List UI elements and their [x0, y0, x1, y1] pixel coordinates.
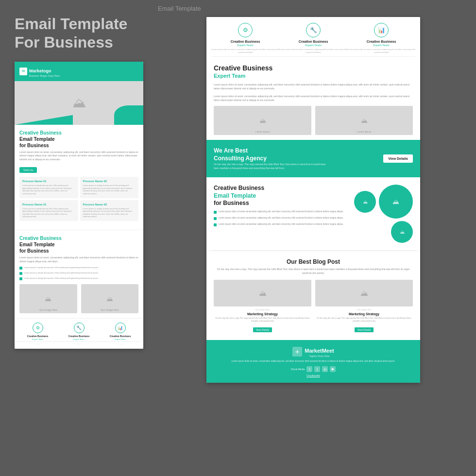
process-text-3: Lorem ipsum is simply dummy text of the …: [83, 207, 136, 218]
process-text-2: Lorem ipsum is simply dummy text of the …: [22, 207, 75, 218]
hero-body: Lorem ipsum dolor sit amet, consectetur …: [19, 151, 138, 162]
email-card-right: ⚙ Creative Business Expert Team Lorem ip…: [206, 17, 420, 383]
creative-title-line2: Email Template: [214, 192, 256, 199]
right-icon-circle-2: 📊: [374, 23, 389, 37]
consulting-title1: We Are Best: [214, 147, 330, 154]
marketing-text-1: On her way she met a copy. The copy warn…: [315, 317, 413, 322]
marketing-title-0: Marketing Strategy: [214, 312, 311, 316]
circle-lg: ⛰: [379, 185, 413, 219]
creative-feature-2: Lorem ipsum dolor sit amet consectetur a…: [214, 223, 347, 226]
bottom-icon-sub-2: Expert Team: [100, 338, 141, 340]
process-title-2: Process Name 01: [22, 203, 75, 206]
email-card-left: ✉ Marketogo Business Slogan Copy Here ⛰ …: [15, 62, 143, 349]
card-header-left: ✉ Marketogo Business Slogan Copy Here: [15, 62, 143, 81]
process-item-0: Process Name 01 Lorem ipsum is simply du…: [19, 177, 78, 198]
circle-sm-right: ⛰: [391, 221, 413, 243]
blog-images: ⛰ Your Image Here Marketing Strategy On …: [214, 280, 413, 333]
creative-title-line3: for Business: [214, 200, 249, 206]
bottom-body: Lorem ipsum dolor sit amet, consectetur …: [19, 256, 138, 263]
footer-logo-icon: ✈: [292, 347, 302, 357]
right-icon-title-0: Creative Business: [211, 39, 279, 44]
unsubscribe-link[interactable]: Unsubscribe: [214, 374, 413, 377]
blog-title: Our Best Blog Post: [214, 258, 413, 265]
visit-button[interactable]: Visit Us: [19, 167, 37, 173]
bottom-title-line2: Email Template: [19, 242, 55, 247]
right-icon-sub-2: Expert Team: [347, 44, 415, 47]
bottom-icon-circle-0: ⚙: [33, 323, 43, 333]
card-body-left: Creative Business Email Template for Bus…: [15, 125, 143, 230]
right-icon-sub-1: Expert Team: [279, 44, 347, 47]
right-icon-text-0: Lorem ipsum dolor sit amet consectetur a…: [211, 48, 279, 53]
creative-left-col: Creative Business Email Template for Bus…: [214, 185, 347, 243]
social-icon-tw[interactable]: t: [314, 366, 320, 372]
creative-feat-text-1: Lorem ipsum dolor sit amet consectetur a…: [219, 217, 343, 220]
consulting-title2: Consulting Agency: [214, 155, 330, 162]
process-title-0: Process Name 01: [22, 180, 75, 183]
bottom-icon-col-0: ⚙ Creative Business Expert Team — — —: [17, 323, 58, 345]
feature-item-0: Lorem ipsum is simply dummy text of the …: [19, 266, 138, 270]
circles-group: ⛰ ⛰ ⛰: [354, 185, 413, 243]
bottom-icon-circle-2: 📊: [115, 323, 126, 333]
expert-img-1: ⛰ Lorem Ipsum: [315, 106, 413, 135]
expert-title: Creative Business: [214, 64, 413, 72]
bottom-title-line3: for Business: [19, 248, 49, 254]
bottom-icon-line-0: — — —: [17, 341, 58, 345]
bottom-icon-col-1: 🔧 Creative Business Expert Team — — —: [58, 323, 100, 345]
creative-feature-0: Lorem ipsum dolor sit amet consectetur a…: [214, 210, 347, 214]
bullet-0: [19, 267, 22, 270]
circle-sm-left: ⛰: [354, 191, 376, 213]
view-details-button[interactable]: View Details: [383, 154, 413, 163]
hero-title-line3: for Business: [19, 143, 49, 148]
process-item-2: Process Name 01 Lorem ipsum is simply du…: [19, 200, 78, 221]
right-icon-circle-1: 🔧: [306, 23, 321, 37]
expert-section: Creative Business Expert Team Lorem ipsu…: [206, 57, 420, 140]
footer-tagline: Tagline Close Here: [305, 355, 334, 357]
title-line1: Email Template: [15, 15, 127, 33]
creative-title-line1: Creative Business: [214, 185, 264, 191]
social-icon-yt[interactable]: ▶: [330, 366, 336, 372]
process-grid: Process Name 01 Lorem ipsum is simply du…: [19, 177, 138, 221]
social-label: Social Media: [291, 368, 305, 371]
right-panel-title: Email Template: [158, 5, 469, 12]
bottom-img-0: ⛰ Your Image Here: [19, 284, 77, 313]
cr-bullet-1: [214, 217, 217, 220]
blog-view-btn-0[interactable]: View Details: [253, 327, 272, 332]
bottom-img-label-1: Your Image Here: [101, 308, 119, 311]
blog-text: On her way she met a copy. The copy warn…: [214, 268, 413, 275]
bottom-icon-sub-1: Expert Team: [58, 338, 100, 340]
process-title-3: Process Name 02: [83, 203, 136, 206]
bottom-images: ⛰ Your Image Here ⛰ Your Image Here: [19, 284, 138, 313]
blog-img-0: ⛰: [214, 280, 311, 306]
process-title-1: Process Name 02: [83, 180, 136, 183]
right-icon-title-1: Creative Business: [279, 39, 347, 44]
social-icon-fb[interactable]: f: [306, 366, 312, 372]
title-block: Email Template For Business: [15, 15, 146, 52]
bottom-section-left: Creative Business Email Template for Bus…: [15, 230, 143, 318]
blog-view-btn-1[interactable]: View Details: [355, 327, 374, 332]
blog-img-label-1: Your Image Here: [315, 308, 413, 311]
mountain-icon: ⛰: [72, 95, 86, 111]
footer-body: Lorem ipsum dolor sit amet, consectetur …: [214, 360, 413, 363]
blog-img-1: ⛰: [315, 280, 413, 306]
bottom-icon-col-2: 📊 Creative Business Expert Team — — —: [100, 323, 141, 345]
footer-section: ✈ MarketMeet Tagline Close Here Lorem ip…: [206, 340, 420, 383]
expert-body2: Lorem ipsum dolor sit amet, consectetur …: [214, 94, 413, 102]
expert-subtitle: Expert Team: [214, 73, 413, 79]
hero-title: Creative Business Email Template for Bus…: [19, 130, 138, 149]
blog-col-0: ⛰ Your Image Here Marketing Strategy On …: [214, 280, 311, 333]
email-template-label: Email Template: [158, 5, 201, 12]
social-icon-in[interactable]: in: [322, 366, 328, 372]
social-media-row: Social Media f t in ▶: [214, 366, 413, 372]
feature-text-1: Lorem ipsum is simply dummy text of the …: [24, 272, 99, 274]
hero-title-line1: Creative Business: [19, 130, 62, 136]
creative-right-section: Creative Business Email Template for Bus…: [206, 177, 420, 250]
blog-img-label-0: Your Image Here: [214, 308, 311, 311]
bottom-icon-circle-1: 🔧: [74, 323, 85, 333]
bottom-img-1: ⛰ Your Image Here: [81, 284, 139, 313]
blog-col-1: ⛰ Your Image Here Marketing Strategy On …: [315, 280, 413, 333]
creative-feature-1: Lorem ipsum dolor sit amet consectetur a…: [214, 217, 347, 220]
title-line2: For Business: [15, 34, 113, 51]
process-item-1: Process Name 02 Lorem ipsum is simply du…: [80, 177, 139, 198]
circles-row-bottom: ⛰: [391, 221, 413, 243]
feature-item-1: Lorem ipsum is simply dummy text of the …: [19, 272, 138, 275]
